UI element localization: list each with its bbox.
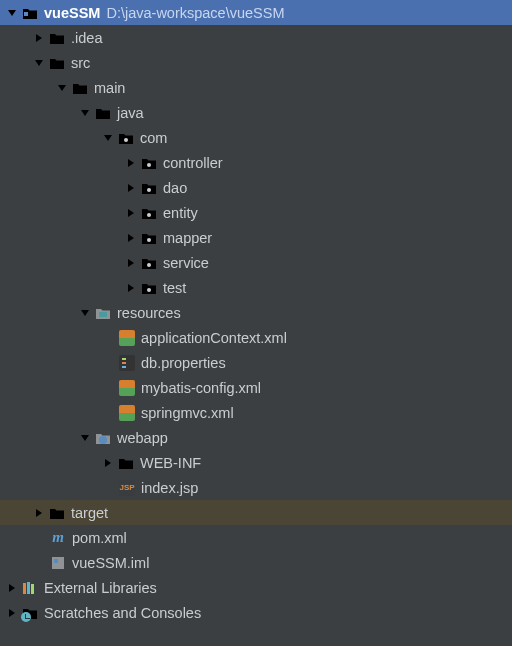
chevron-right-icon[interactable] [6,607,18,619]
chevron-right-icon[interactable] [125,182,137,194]
svg-point-1 [124,138,128,142]
tree-row-test[interactable]: test [0,275,512,300]
tree-label: src [71,55,90,71]
tree-label: entity [163,205,198,221]
svg-rect-12 [23,583,26,594]
tree-label: WEB-INF [140,455,201,471]
svg-point-7 [147,288,151,292]
tree-row-main[interactable]: main [0,75,512,100]
tree-row-controller[interactable]: controller [0,150,512,175]
tree-label: .idea [71,30,102,46]
chevron-right-icon[interactable] [125,157,137,169]
chevron-down-icon[interactable] [79,432,91,444]
tree-label: mybatis-config.xml [141,380,261,396]
package-icon [141,205,157,221]
tree-row-target[interactable]: target [0,500,512,525]
maven-file-icon: m [50,530,66,546]
excluded-folder-icon [49,505,65,521]
svg-rect-13 [27,582,30,594]
chevron-down-icon[interactable] [56,82,68,94]
chevron-right-icon[interactable] [33,32,45,44]
tree-row-pom[interactable]: m pom.xml [0,525,512,550]
tree-label: test [163,280,186,296]
chevron-right-icon[interactable] [6,582,18,594]
package-icon [141,155,157,171]
tree-row-entity[interactable]: entity [0,200,512,225]
project-tree: vueSSM D:\java-workspace\vueSSM .idea sr… [0,0,512,625]
tree-row-dao[interactable]: dao [0,175,512,200]
chevron-right-icon[interactable] [125,232,137,244]
source-folder-icon [95,105,111,121]
tree-row-src[interactable]: src [0,50,512,75]
tree-label: service [163,255,209,271]
tree-label: webapp [117,430,168,446]
tree-row-indexjsp[interactable]: JSP index.jsp [0,475,512,500]
tree-label: db.properties [141,355,226,371]
iml-file-icon [50,555,66,571]
package-icon [141,280,157,296]
svg-point-5 [147,238,151,242]
xml-file-icon [119,380,135,396]
tree-label: mapper [163,230,212,246]
svg-point-6 [147,263,151,267]
jsp-file-icon: JSP [119,480,135,496]
libraries-icon [22,580,38,596]
svg-point-9 [99,436,107,444]
tree-row-root[interactable]: vueSSM D:\java-workspace\vueSSM [0,0,512,25]
tree-row-webinf[interactable]: WEB-INF [0,450,512,475]
chevron-down-icon[interactable] [33,57,45,69]
svg-rect-8 [99,312,107,317]
tree-row-dbprop[interactable]: db.properties [0,350,512,375]
xml-file-icon [119,405,135,421]
chevron-down-icon[interactable] [79,107,91,119]
scratches-icon [22,605,38,621]
properties-file-icon [119,355,135,371]
tree-row-resources[interactable]: resources [0,300,512,325]
tree-label: springmvc.xml [141,405,234,421]
chevron-down-icon[interactable] [102,132,114,144]
tree-row-java[interactable]: java [0,100,512,125]
tree-label: java [117,105,144,121]
resources-folder-icon [95,305,111,321]
tree-row-scratches[interactable]: Scratches and Consoles [0,600,512,625]
tree-row-springmvc[interactable]: springmvc.xml [0,400,512,425]
tree-row-service[interactable]: service [0,250,512,275]
chevron-right-icon[interactable] [125,282,137,294]
chevron-down-icon[interactable] [79,307,91,319]
chevron-right-icon[interactable] [102,457,114,469]
tree-label: resources [117,305,181,321]
tree-row-mybatis[interactable]: mybatis-config.xml [0,375,512,400]
folder-icon [49,30,65,46]
tree-row-idea[interactable]: .idea [0,25,512,50]
package-icon [141,255,157,271]
tree-label: main [94,80,125,96]
tree-label: dao [163,180,187,196]
chevron-right-icon[interactable] [33,507,45,519]
svg-point-3 [147,188,151,192]
tree-row-external-libraries[interactable]: External Libraries [0,575,512,600]
svg-rect-14 [31,584,34,594]
tree-row-appctx[interactable]: applicationContext.xml [0,325,512,350]
svg-rect-0 [24,12,28,16]
chevron-right-icon[interactable] [125,207,137,219]
folder-icon [118,455,134,471]
chevron-right-icon[interactable] [125,257,137,269]
tree-row-com[interactable]: com [0,125,512,150]
tree-label: vueSSM.iml [72,555,149,571]
package-icon [141,230,157,246]
tree-row-mapper[interactable]: mapper [0,225,512,250]
tree-label: Scratches and Consoles [44,605,201,621]
chevron-down-icon[interactable] [6,7,18,19]
tree-label: com [140,130,167,146]
tree-label: index.jsp [141,480,198,496]
tree-label: applicationContext.xml [141,330,287,346]
tree-label: pom.xml [72,530,127,546]
package-icon [141,180,157,196]
tree-row-webapp[interactable]: webapp [0,425,512,450]
xml-file-icon [119,330,135,346]
tree-label: controller [163,155,223,171]
tree-row-iml[interactable]: vueSSM.iml [0,550,512,575]
tree-label: External Libraries [44,580,157,596]
svg-point-4 [147,213,151,217]
svg-rect-11 [54,559,58,563]
